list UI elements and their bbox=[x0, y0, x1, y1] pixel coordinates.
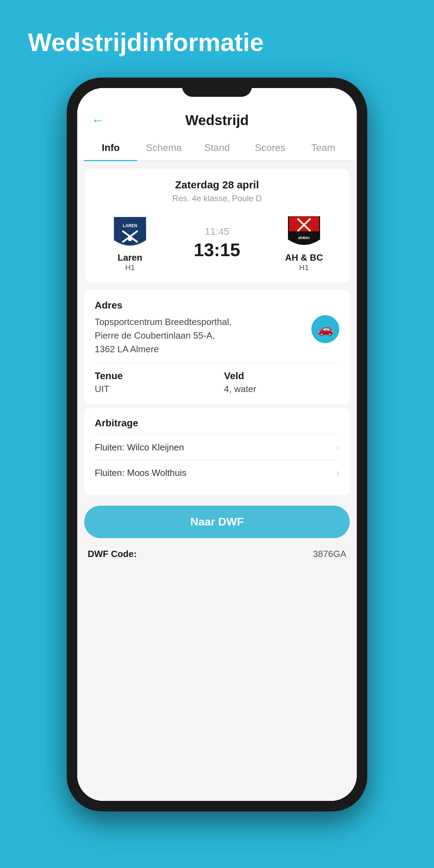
match-date: Zaterdag 28 april bbox=[95, 179, 339, 191]
phone-screen: ← Wedstrijd Info Schema Stand Scores Tea… bbox=[77, 88, 357, 801]
score-block: 11:45 13:15 bbox=[194, 226, 240, 260]
tenue-value: UIT bbox=[95, 384, 210, 395]
svg-text:ah&bc: ah&bc bbox=[298, 236, 310, 240]
main-content: Zaterdag 28 april Res. 4e klasse, Poule … bbox=[77, 161, 357, 801]
svg-text:LAREN: LAREN bbox=[123, 223, 137, 228]
divider-1 bbox=[95, 363, 339, 363]
dwf-code-row: DWF Code: 3876GA bbox=[77, 542, 357, 570]
away-team-sub: H1 bbox=[299, 263, 309, 272]
match-card: Zaterdag 28 april Res. 4e klasse, Poule … bbox=[84, 168, 350, 283]
away-team-name: AH & BC bbox=[285, 252, 323, 263]
veld-value: 4, water bbox=[224, 384, 339, 395]
dwf-code-value: 3876GA bbox=[313, 549, 346, 559]
tenue-col: Tenue UIT bbox=[95, 370, 210, 395]
veld-label: Veld bbox=[224, 370, 339, 382]
tenue-veld-grid: Tenue UIT Veld 4, water bbox=[95, 370, 339, 395]
tab-scores[interactable]: Scores bbox=[244, 135, 297, 160]
address-line2: Pierre de Coubertinlaan 55-A, bbox=[95, 330, 215, 341]
address-label: Adres bbox=[95, 300, 339, 311]
car-icon: 🚗 bbox=[318, 322, 333, 337]
tab-schema[interactable]: Schema bbox=[137, 135, 190, 160]
match-teams-row: LAREN Laren H1 bbox=[95, 214, 339, 272]
navigate-button[interactable]: 🚗 bbox=[311, 315, 339, 343]
screen-content: ← Wedstrijd Info Schema Stand Scores Tea… bbox=[77, 88, 357, 801]
arbitrage-name-0: Fluiten: Wilco Kleijnen bbox=[95, 442, 184, 453]
phone-notch bbox=[182, 78, 252, 97]
tabs-bar: Info Schema Stand Scores Team bbox=[77, 135, 357, 161]
back-button[interactable]: ← bbox=[91, 113, 104, 128]
tenue-label: Tenue bbox=[95, 370, 210, 382]
arbitrage-title: Arbitrage bbox=[95, 418, 339, 429]
home-team-sub: H1 bbox=[125, 263, 135, 272]
address-line1: Topsportcentrum Breedtesporthal, bbox=[95, 317, 232, 327]
phone-device: ← Wedstrijd Info Schema Stand Scores Tea… bbox=[67, 78, 367, 811]
home-team-block: LAREN Laren H1 bbox=[99, 214, 161, 272]
svg-point-3 bbox=[128, 237, 132, 241]
away-team-logo: ah&bc bbox=[285, 214, 323, 252]
tab-team[interactable]: Team bbox=[297, 135, 350, 160]
tab-stand[interactable]: Stand bbox=[190, 135, 244, 160]
page-background-title: Wedstrijdinformatie bbox=[0, 28, 434, 57]
home-team-name: Laren bbox=[118, 252, 143, 263]
dwf-code-label: DWF Code: bbox=[88, 549, 137, 559]
chevron-right-icon-1: › bbox=[336, 467, 339, 478]
address-line3: 1362 LA Almere bbox=[95, 344, 159, 354]
veld-col: Veld 4, water bbox=[224, 370, 339, 395]
address-row: Topsportcentrum Breedtesporthal, Pierre … bbox=[95, 315, 339, 356]
tab-info[interactable]: Info bbox=[84, 135, 137, 160]
chevron-right-icon-0: › bbox=[336, 442, 339, 453]
match-league: Res. 4e klasse, Poule D bbox=[95, 194, 339, 203]
away-team-block: ah&bc AH & BC H1 bbox=[273, 214, 335, 272]
arbitrage-item-0[interactable]: Fluiten: Wilco Kleijnen › bbox=[95, 434, 339, 460]
match-score: 13:15 bbox=[194, 239, 240, 260]
phone-shell: ← Wedstrijd Info Schema Stand Scores Tea… bbox=[67, 78, 367, 811]
home-team-logo: LAREN bbox=[111, 214, 149, 252]
dwf-section: Naar DWF bbox=[77, 499, 357, 542]
dwf-button[interactable]: Naar DWF bbox=[84, 506, 350, 538]
arbitrage-name-1: Fluiten: Moos Wolthuis bbox=[95, 468, 187, 478]
arbitrage-item-1[interactable]: Fluiten: Moos Wolthuis › bbox=[95, 460, 339, 485]
header-title: Wedstrijd bbox=[185, 113, 249, 128]
arbitrage-section: Arbitrage Fluiten: Wilco Kleijnen › Flui… bbox=[84, 408, 350, 495]
address-text: Topsportcentrum Breedtesporthal, Pierre … bbox=[95, 315, 304, 356]
address-section: Adres Topsportcentrum Breedtesporthal, P… bbox=[84, 290, 350, 404]
match-time: 11:45 bbox=[205, 226, 229, 237]
